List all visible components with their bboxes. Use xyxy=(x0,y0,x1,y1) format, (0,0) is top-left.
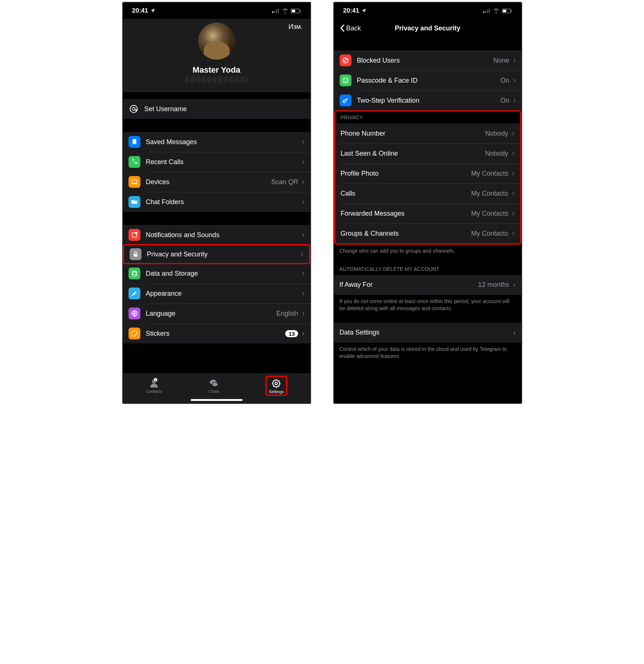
settings-g3-row-5[interactable]: Stickers13› xyxy=(123,323,310,343)
location-icon xyxy=(361,8,367,13)
privacy-label-4: Forwarded Messages xyxy=(341,210,471,218)
settings-g3-badge-5: 13 xyxy=(285,330,298,337)
phone-icon xyxy=(129,156,140,168)
svg-point-12 xyxy=(135,232,137,235)
settings-g3-row-4[interactable]: LanguageEnglish› xyxy=(123,303,310,323)
settings-g3-label-1: Privacy and Security xyxy=(147,250,301,258)
privacy-value-4: My Contacts xyxy=(471,210,508,218)
chevron-right-icon: › xyxy=(512,129,514,138)
settings-g2-row-1[interactable]: Recent Calls› xyxy=(123,152,310,172)
globe-icon xyxy=(129,308,140,319)
svg-rect-21 xyxy=(483,11,484,13)
settings-g3-row-3[interactable]: Appearance› xyxy=(123,283,310,303)
battery-icon xyxy=(291,9,301,13)
settings-g2-label-0: Saved Messages xyxy=(146,138,302,146)
wifi-icon xyxy=(282,9,288,13)
chevron-right-icon: › xyxy=(512,169,514,178)
security-row-1[interactable]: Passcode & Face IDOn› xyxy=(334,70,521,90)
chevron-right-icon: › xyxy=(302,157,304,167)
page-title: Privacy and Security xyxy=(395,24,460,32)
back-label: Back xyxy=(346,24,361,32)
privacy-row-2[interactable]: Profile PhotoMy Contacts› xyxy=(335,163,520,183)
privacy-row-4[interactable]: Forwarded MessagesMy Contacts› xyxy=(335,203,520,223)
settings-g2-label-3: Chat Folders xyxy=(146,198,302,206)
svg-rect-10 xyxy=(131,183,137,184)
svg-point-7 xyxy=(130,105,137,113)
settings-g3-row-0[interactable]: Notifications and Sounds› xyxy=(123,225,310,245)
avatar[interactable] xyxy=(198,23,235,60)
privacy-row-5[interactable]: Groups & ChannelsMy Contacts› xyxy=(335,223,520,243)
status-time: 20:41 xyxy=(132,7,148,14)
chevron-right-icon: › xyxy=(513,96,515,105)
chevron-right-icon: › xyxy=(302,289,304,298)
status-bar: 20:41 xyxy=(123,3,310,19)
tab-chats[interactable]: Chats xyxy=(208,378,219,394)
svg-point-14 xyxy=(132,271,137,273)
chevron-right-icon: › xyxy=(513,328,515,338)
privacy-row-3[interactable]: CallsMy Contacts› xyxy=(335,183,520,203)
chevron-right-icon: › xyxy=(512,209,514,218)
svg-rect-2 xyxy=(276,10,277,13)
section-footer-privacy: Change who can add you to groups and cha… xyxy=(334,245,521,259)
chevron-right-icon: › xyxy=(302,269,304,278)
chevron-right-icon: › xyxy=(301,249,303,259)
navbar: Back Privacy and Security xyxy=(334,19,521,37)
edit-button[interactable]: Изм. xyxy=(288,23,303,31)
svg-point-32 xyxy=(346,79,347,80)
svg-rect-9 xyxy=(132,180,137,183)
svg-rect-3 xyxy=(278,9,279,13)
svg-rect-30 xyxy=(343,78,348,83)
privacy-label-3: Calls xyxy=(341,190,471,197)
settings-g2-row-3[interactable]: Chat Folders› xyxy=(123,192,310,212)
settings-g2-row-2[interactable]: DevicesScan QR› xyxy=(123,172,310,192)
privacy-value-3: My Contacts xyxy=(471,190,508,197)
db-icon xyxy=(129,268,140,279)
svg-rect-26 xyxy=(503,10,506,12)
chevron-right-icon: › xyxy=(302,309,304,318)
chevron-right-icon: › xyxy=(513,280,515,290)
profile-name: Master Yoda xyxy=(193,65,240,75)
settings-g3-row-1[interactable]: Privacy and Security› xyxy=(123,244,310,264)
settings-g3-row-2[interactable]: Data and Storage› xyxy=(123,263,310,283)
chevron-right-icon: › xyxy=(302,177,304,187)
section-footer-autodelete: If you do not come online at least once … xyxy=(334,295,521,316)
svg-rect-22 xyxy=(485,11,486,13)
home-indicator xyxy=(191,399,243,401)
settings-g3-value-4: English xyxy=(276,310,298,318)
security-label-1: Passcode & Face ID xyxy=(357,77,501,84)
laptop-icon xyxy=(129,176,140,188)
settings-g2-value-2: Scan QR xyxy=(271,178,298,186)
signal-icon xyxy=(272,9,280,13)
sticker-icon xyxy=(129,328,140,339)
tab-chats-label: Chats xyxy=(208,389,219,394)
privacy-row-0[interactable]: Phone NumberNobody› xyxy=(335,123,520,143)
set-username-label: Set Username xyxy=(144,105,305,113)
svg-rect-13 xyxy=(134,254,137,257)
bookmark-icon xyxy=(129,136,140,148)
face-icon xyxy=(340,74,351,86)
tab-settings[interactable]: Settings xyxy=(266,376,287,396)
security-value-1: On xyxy=(500,77,509,84)
tab-contacts[interactable]: ! Contacts xyxy=(146,378,162,394)
security-label-0: Blocked Users xyxy=(357,57,494,64)
chevron-right-icon: › xyxy=(512,189,514,198)
privacy-row-1[interactable]: Last Seen & OnlineNobody› xyxy=(335,143,520,163)
at-icon xyxy=(129,103,139,115)
svg-rect-23 xyxy=(487,10,488,13)
settings-g2-row-0[interactable]: Saved Messages› xyxy=(123,132,310,152)
svg-rect-6 xyxy=(300,10,301,12)
security-row-2[interactable]: Two-Step VerificationOn› xyxy=(334,90,521,110)
privacy-label-0: Phone Number xyxy=(341,130,485,137)
privacy-value-0: Nobody xyxy=(485,130,508,137)
privacy-label-2: Profile Photo xyxy=(341,170,471,177)
tab-settings-label: Settings xyxy=(269,389,284,394)
back-button[interactable]: Back xyxy=(340,24,361,32)
security-value-0: None xyxy=(493,57,509,64)
data-settings-row[interactable]: Data Settings › xyxy=(334,323,521,343)
security-row-0[interactable]: Blocked UsersNone› xyxy=(334,50,521,70)
security-value-2: On xyxy=(500,97,509,104)
if-away-for-row[interactable]: If Away For 12 months › xyxy=(334,275,521,295)
set-username-row[interactable]: Set Username xyxy=(123,99,310,119)
svg-line-29 xyxy=(344,59,347,62)
if-away-value: 12 months xyxy=(478,281,509,289)
